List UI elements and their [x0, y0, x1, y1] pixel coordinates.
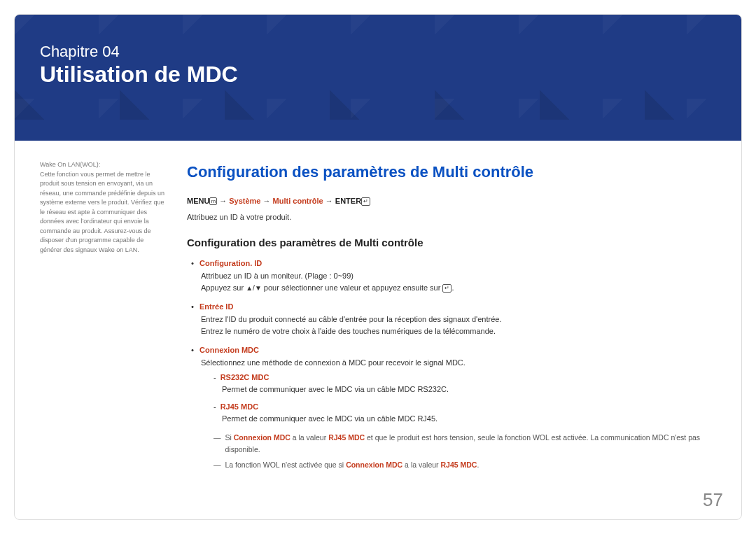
- t: Si: [225, 433, 234, 442]
- t: a la valeur: [290, 433, 328, 442]
- bc-systeme: Système: [229, 197, 260, 205]
- sub-title: RS232C MDC: [220, 373, 270, 381]
- dash-icon: -: [214, 402, 216, 411]
- chapter-hero: Chapitre 04 Utilisation de MDC: [15, 15, 741, 141]
- bc-multi: Multi contrôle: [273, 197, 323, 205]
- item-title: Connexion MDC: [200, 344, 259, 357]
- document-page: Chapitre 04 Utilisation de MDC Wake On L…: [14, 14, 742, 520]
- sub-body: Permet de communiquer avec le MDC via un…: [214, 384, 716, 395]
- note-1: ― Si Connexion MDC a la valeur RJ45 MDC …: [214, 432, 716, 455]
- note-2: ― La fonction WOL n'est activée que si C…: [214, 459, 716, 470]
- sub-body: Permet de communiquer avec le MDC via un…: [214, 413, 716, 425]
- line1: Entrez l'ID du produit connecté au câble…: [201, 314, 716, 325]
- bullet-icon: •: [191, 301, 194, 314]
- note-text: La fonction WOL n'est activée que si Con…: [225, 459, 479, 470]
- line2: Entrez le numéro de votre choix à l'aide…: [201, 325, 716, 337]
- item-body: Entrez l'ID du produit connecté au câble…: [191, 314, 716, 337]
- sidebar-note: Wake On LAN(WOL): Cette fonction vous pe…: [40, 160, 166, 477]
- sub-title: RJ45 MDC: [220, 402, 258, 411]
- line2-pre: Appuyez sur: [201, 283, 246, 292]
- chapter-title: Utilisation de MDC: [40, 61, 716, 87]
- sub-list: -RS232C MDC Permet de communiquer avec l…: [201, 372, 716, 425]
- t: Connexion MDC: [346, 461, 402, 469]
- config-list: • Configuration. ID Attribuez un ID à un…: [187, 258, 716, 470]
- item-body: Attribuez un ID à un moniteur. (Plage : …: [191, 270, 716, 294]
- wol-title: Wake On LAN(WOL):: [40, 160, 166, 170]
- enter-icon: ↵: [361, 197, 370, 206]
- t: RJ45 MDC: [328, 433, 365, 442]
- item-body: Sélectionnez une méthode de connexion à …: [191, 357, 716, 470]
- line1: Attribuez un ID à un moniteur. (Plage : …: [201, 270, 716, 282]
- note-dash-icon: ―: [214, 432, 221, 455]
- bc-arrow2: →: [263, 197, 271, 205]
- content-area: Wake On LAN(WOL): Cette fonction vous pe…: [15, 141, 741, 484]
- t: a la valeur: [402, 461, 440, 469]
- line2: Appuyez sur ▲/▼ pour sélectionner une va…: [201, 282, 716, 294]
- note-text: Si Connexion MDC a la valeur RJ45 MDC et…: [225, 432, 717, 455]
- dash-icon: -: [214, 373, 216, 381]
- menu-icon: m: [209, 197, 217, 205]
- bc-arrow1: →: [219, 197, 227, 205]
- item-title: Entrée ID: [200, 301, 233, 314]
- sub-rs232c: -RS232C MDC Permet de communiquer avec l…: [214, 372, 716, 395]
- subheading: Configuration des paramètres de Multi co…: [187, 234, 716, 251]
- line2-mid: pour sélectionner une valeur et appuyez …: [262, 283, 443, 292]
- line1: Sélectionnez une méthode de connexion à …: [201, 357, 716, 369]
- bullet-icon: •: [191, 344, 194, 357]
- bc-arrow3: →: [326, 197, 333, 205]
- wol-body: Cette fonction vous permet de mettre le …: [40, 170, 166, 255]
- line2-post: .: [451, 283, 454, 292]
- item-connexion-mdc: • Connexion MDC Sélectionnez une méthode…: [191, 344, 716, 470]
- item-config-id: • Configuration. ID Attribuez un ID à un…: [191, 258, 716, 294]
- attrib-line: Attribuez un ID à votre produit.: [187, 211, 716, 223]
- main-column: Configuration des paramètres de Multi co…: [187, 160, 716, 477]
- item-entree-id: • Entrée ID Entrez l'ID du produit conne…: [191, 301, 716, 337]
- page-number: 57: [703, 489, 723, 511]
- bullet-icon: •: [191, 258, 194, 270]
- bc-menu: MENU: [187, 197, 209, 205]
- chapter-label: Chapitre 04: [40, 43, 716, 61]
- t: La fonction WOL n'est activée que si: [225, 461, 346, 469]
- t: .: [477, 461, 479, 469]
- sub-rj45: -RJ45 MDC Permet de communiquer avec le …: [214, 401, 716, 425]
- note-dash-icon: ―: [214, 459, 221, 470]
- t: Connexion MDC: [234, 433, 290, 442]
- bc-enter: ENTER: [335, 197, 361, 205]
- section-heading: Configuration des paramètres de Multi co…: [187, 160, 716, 184]
- notes-block: ― Si Connexion MDC a la valeur RJ45 MDC …: [201, 432, 716, 470]
- up-down-icon: ▲/▼: [246, 283, 262, 294]
- enter-icon: ↵: [442, 284, 451, 293]
- menu-breadcrumb: MENUm → Système → Multi contrôle → ENTER…: [187, 195, 716, 207]
- item-title: Configuration. ID: [200, 258, 262, 270]
- t: RJ45 MDC: [440, 461, 477, 469]
